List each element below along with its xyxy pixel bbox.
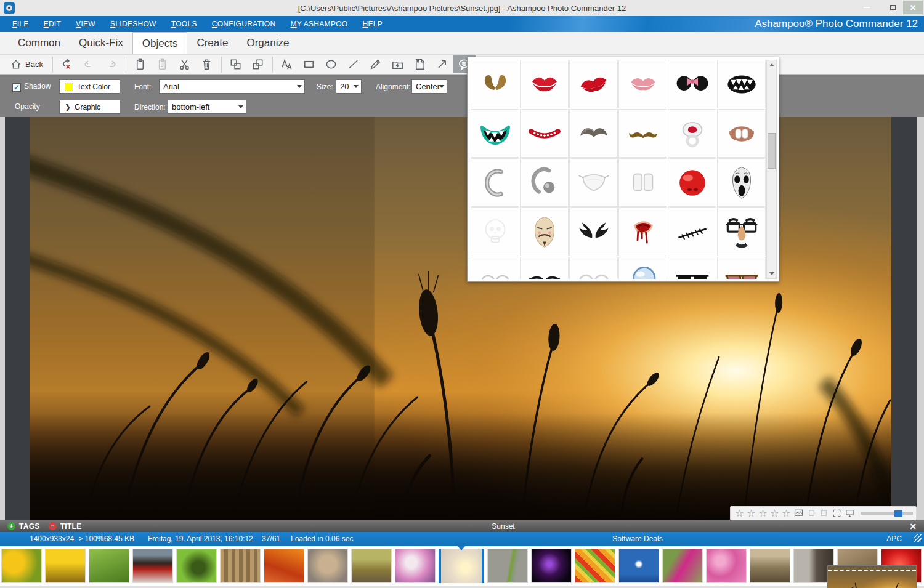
sticker-tortoise-sunglasses[interactable] <box>717 257 766 279</box>
font-select[interactable]: Arial <box>159 79 305 94</box>
minimize-button[interactable] <box>864 1 883 14</box>
thumbnail-sunflowers[interactable] <box>1 549 42 583</box>
thumbnail-grasshopper[interactable] <box>487 549 528 583</box>
rating-star[interactable]: ☆ <box>745 507 757 520</box>
sticker-baby-pacifier[interactable] <box>668 109 716 158</box>
size-select[interactable]: 20 <box>336 79 362 94</box>
arrow-tool-button[interactable] <box>431 55 453 73</box>
sticker-face-mask[interactable] <box>569 158 618 207</box>
text-tool-button[interactable] <box>276 55 298 73</box>
menu-file[interactable]: FILE <box>12 20 29 28</box>
insert-image-button[interactable] <box>387 55 409 73</box>
menu-my-ashampoo[interactable]: MY ASHAMPOO <box>290 20 347 28</box>
thumbnail-pink-blossoms[interactable] <box>395 549 436 583</box>
monitor-view-button[interactable] <box>843 507 856 520</box>
thumbnail-orange-lily[interactable] <box>264 549 304 583</box>
sticker-rimless-glasses[interactable] <box>471 257 519 279</box>
thumbnail-sparrows[interactable] <box>750 549 790 583</box>
window-edge-right[interactable] <box>917 117 924 520</box>
sticker-gray-mustache[interactable] <box>569 109 618 158</box>
fullscreen-button[interactable] <box>830 507 843 520</box>
thumbnail-yellow-flower-bee[interactable] <box>45 549 86 583</box>
shadow-checkbox-box[interactable]: ✓ <box>12 83 21 92</box>
thumbnail-hoverfly-leaf[interactable] <box>89 549 129 583</box>
tab-common[interactable]: Common <box>9 32 70 54</box>
sticker-monster-grin-teal[interactable] <box>471 109 519 158</box>
scrollbar-thumb[interactable] <box>768 133 776 169</box>
direction-select[interactable]: bottom-left <box>168 100 246 114</box>
sticker-false-teeth[interactable] <box>618 158 667 207</box>
sticker-red-grin-teeth[interactable] <box>520 109 569 158</box>
thumbnail-red-admiral-butterfly[interactable] <box>132 549 173 583</box>
sticker-panel-scrollbar[interactable] <box>766 60 777 279</box>
sticker-ram-horns[interactable] <box>471 60 519 108</box>
sticker-black-sunglasses[interactable] <box>668 257 716 279</box>
thumbnail-fruit-market[interactable] <box>575 549 615 583</box>
menu-help[interactable]: HELP <box>363 20 383 28</box>
redo-button[interactable] <box>100 55 123 73</box>
tab-objects[interactable]: Objects <box>132 32 188 54</box>
add-tag-icon[interactable]: + <box>7 522 15 530</box>
rating-star[interactable]: ☆ <box>734 507 745 520</box>
sticker-red-lips[interactable] <box>520 60 569 108</box>
rating-star[interactable]: ☆ <box>757 507 769 520</box>
software-deals-link[interactable]: Software Deals <box>612 534 662 543</box>
sticker-red-lips-smudge[interactable] <box>569 60 618 108</box>
thumbnail-bird-in-sky[interactable] <box>618 549 659 583</box>
thumbnail-green-bottle-fly[interactable] <box>176 549 217 583</box>
cancel-edits-button[interactable] <box>56 55 78 73</box>
text-color-button[interactable]: Text Color <box>59 79 120 94</box>
thumbnail-wheat-spikes[interactable] <box>220 549 261 583</box>
alignment-select[interactable]: Center <box>411 79 447 94</box>
thumbnail-pink-phlox[interactable] <box>706 549 747 583</box>
undo-button[interactable] <box>78 55 100 73</box>
resize-grip[interactable] <box>914 534 922 542</box>
zoom-slider[interactable] <box>861 512 913 515</box>
sticker-ball-earring[interactable] <box>520 158 569 207</box>
sticker-clown-nose[interactable] <box>668 158 716 207</box>
close-tags-bar-icon[interactable]: ✕ <box>909 522 917 531</box>
sticker-stitch-scar[interactable] <box>668 207 716 256</box>
delete-button[interactable] <box>196 55 218 73</box>
menu-configuration[interactable]: CONFIGURATION <box>212 20 276 28</box>
thumbnail-magenta-flowers[interactable] <box>662 549 703 583</box>
zoom-slider-thumb[interactable] <box>894 510 902 517</box>
scroll-up-button[interactable] <box>767 60 776 70</box>
navigator-preview[interactable] <box>827 565 917 588</box>
copy-button[interactable] <box>129 55 152 73</box>
cut-button[interactable] <box>174 55 196 73</box>
maximize-button[interactable] <box>883 1 903 14</box>
menu-edit[interactable]: EDIT <box>44 20 62 28</box>
sticker-hoop-earring[interactable] <box>471 158 519 207</box>
menu-slideshow[interactable]: SLIDESHOW <box>110 20 156 28</box>
fit-window-button[interactable] <box>817 507 830 520</box>
remove-title-icon[interactable]: − <box>49 522 57 530</box>
sticker-mouse-ears-bow[interactable] <box>668 60 716 108</box>
back-button[interactable]: Back <box>4 55 49 73</box>
shadow-checkbox[interactable]: ✓Shadow <box>12 82 51 92</box>
thumbnail-view-button[interactable] <box>792 507 805 520</box>
send-backward-button[interactable] <box>247 55 269 73</box>
bring-forward-button[interactable] <box>225 55 247 73</box>
rectangle-tool-button[interactable] <box>298 55 320 73</box>
sticker-black-frame-glasses[interactable] <box>520 257 569 279</box>
line-tool-button[interactable] <box>342 55 365 73</box>
rating-star[interactable]: ☆ <box>780 507 792 520</box>
sticker-black-wings[interactable] <box>569 207 618 256</box>
sticker-bloody-wound[interactable] <box>618 207 667 256</box>
sticker-scream-mask[interactable] <box>717 158 766 207</box>
tab-organize[interactable]: Organize <box>237 32 298 54</box>
ellipse-tool-button[interactable] <box>320 55 342 73</box>
sticker-fawkes-mask[interactable] <box>520 207 569 256</box>
sticker-blue-monocle[interactable] <box>618 257 667 279</box>
sticker-pink-lips[interactable] <box>618 60 667 108</box>
note-tool-button[interactable] <box>409 55 431 73</box>
thumbnail-purple-smoke[interactable] <box>531 549 572 583</box>
sticker-monster-mouth[interactable] <box>717 60 766 108</box>
graphic-button[interactable]: ❯Graphic <box>59 100 120 114</box>
tags-label[interactable]: TAGS <box>19 522 40 531</box>
title-label[interactable]: TITLE <box>60 522 82 531</box>
tab-create[interactable]: Create <box>187 32 237 54</box>
sticker-buck-teeth[interactable] <box>717 109 766 158</box>
thumbnail-sunrise-mist[interactable] <box>439 549 484 583</box>
